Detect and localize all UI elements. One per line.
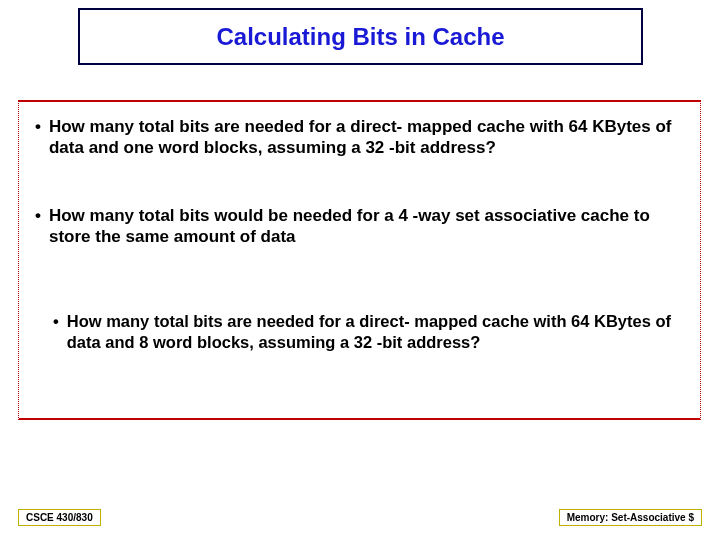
bullet-item: • How many total bits would be needed fo…	[29, 205, 690, 248]
bullet-text: How many total bits are needed for a dir…	[67, 311, 690, 352]
title-box: Calculating Bits in Cache	[78, 8, 643, 65]
slide: Calculating Bits in Cache • How many tot…	[0, 0, 720, 540]
footer-left: CSCE 430/830	[18, 509, 101, 526]
bullet-text: How many total bits are needed for a dir…	[49, 116, 690, 159]
slide-title: Calculating Bits in Cache	[216, 23, 504, 51]
bullet-dot-icon: •	[47, 311, 67, 332]
bullet-text: How many total bits would be needed for …	[49, 205, 690, 248]
bullet-dot-icon: •	[29, 116, 49, 137]
bullet-dot-icon: •	[29, 205, 49, 226]
body-box: • How many total bits are needed for a d…	[18, 100, 701, 420]
footer-right: Memory: Set-Associative $	[559, 509, 702, 526]
bullet-item: • How many total bits are needed for a d…	[29, 116, 690, 159]
bullet-item: • How many total bits are needed for a d…	[29, 311, 690, 352]
